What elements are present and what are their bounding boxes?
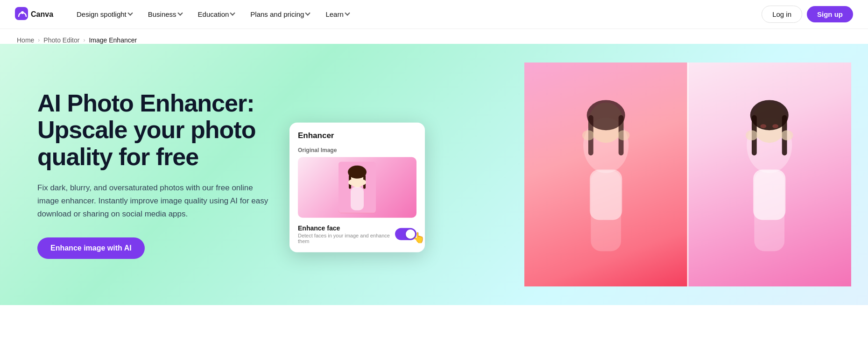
cursor-hand-icon: 👆 [412, 232, 425, 244]
svg-rect-9 [590, 169, 622, 220]
card-thumb-inner [339, 162, 376, 213]
svg-point-29 [348, 180, 355, 185]
enhance-face-label: Enhance face [298, 224, 395, 232]
svg-point-1 [21, 11, 24, 14]
girl-silhouette-enhanced [700, 85, 839, 286]
hero-content: AI Photo Enhancer: Upscale your photo qu… [37, 90, 308, 259]
svg-point-19 [746, 130, 758, 140]
nav-links: Design spotlight Business Education Plan… [70, 7, 762, 22]
photo-original-half [524, 63, 688, 286]
canva-logo[interactable]: Canva [15, 7, 57, 22]
nav-item-learn[interactable]: Learn [319, 7, 356, 22]
breadcrumb-photo-editor[interactable]: Photo Editor [43, 36, 79, 44]
login-button[interactable]: Log in [762, 6, 802, 23]
hero-title: AI Photo Enhancer: Upscale your photo qu… [37, 90, 308, 170]
photo-comparison-divider [687, 63, 689, 286]
hero-description: Fix dark, blurry, and oversaturated phot… [37, 181, 271, 221]
svg-point-22 [772, 124, 778, 128]
breadcrumb-sep-1: › [38, 37, 40, 43]
svg-rect-28 [351, 187, 364, 210]
svg-text:Canva: Canva [31, 10, 53, 18]
enhance-face-label-group: Enhance face Detect faces in your image … [298, 224, 395, 244]
hero-visual: Enhancer Original Image [308, 63, 851, 286]
card-original-thumbnail [298, 157, 416, 218]
enhancer-card: Enhancer Original Image [289, 123, 425, 252]
nav-item-education[interactable]: Education [191, 7, 242, 22]
breadcrumb-home[interactable]: Home [17, 36, 34, 44]
breadcrumb-sep-2: › [83, 37, 85, 43]
thumbnail-girl [339, 162, 376, 213]
chevron-down-icon [128, 13, 133, 16]
breadcrumb: Home › Photo Editor › Image Enhancer [0, 29, 868, 44]
main-nav: Canva Design spotlight Business Educatio… [0, 0, 868, 29]
svg-point-20 [781, 130, 793, 140]
chevron-down-icon [231, 13, 235, 16]
signup-button[interactable]: Sign up [807, 6, 853, 22]
enhancer-card-title: Enhancer [298, 131, 416, 140]
svg-point-30 [360, 180, 366, 185]
nav-actions: Log in Sign up [762, 6, 853, 23]
svg-point-21 [761, 124, 767, 128]
girl-silhouette-original [536, 85, 676, 286]
breadcrumb-current: Image Enhancer [89, 36, 137, 44]
svg-point-10 [582, 130, 594, 140]
enhance-face-sublabel: Detect faces in your image and enhance t… [298, 233, 395, 244]
nav-item-design-spotlight[interactable]: Design spotlight [70, 7, 140, 22]
hero-photo-comparison [524, 63, 851, 286]
nav-item-business[interactable]: Business [141, 7, 190, 22]
nav-item-plans-pricing[interactable]: Plans and pricing [244, 7, 317, 22]
chevron-down-icon [178, 13, 183, 16]
svg-rect-18 [753, 169, 785, 220]
enhance-cta-button[interactable]: Enhance image with AI [37, 237, 145, 259]
svg-point-11 [618, 130, 630, 140]
chevron-down-icon [306, 13, 311, 16]
hero-section: AI Photo Enhancer: Upscale your photo qu… [0, 44, 868, 305]
enhance-face-toggle-row: Enhance face Detect faces in your image … [298, 224, 416, 244]
chevron-down-icon [346, 13, 350, 16]
card-section-label: Original Image [298, 147, 416, 153]
photo-enhanced-half [688, 63, 851, 286]
